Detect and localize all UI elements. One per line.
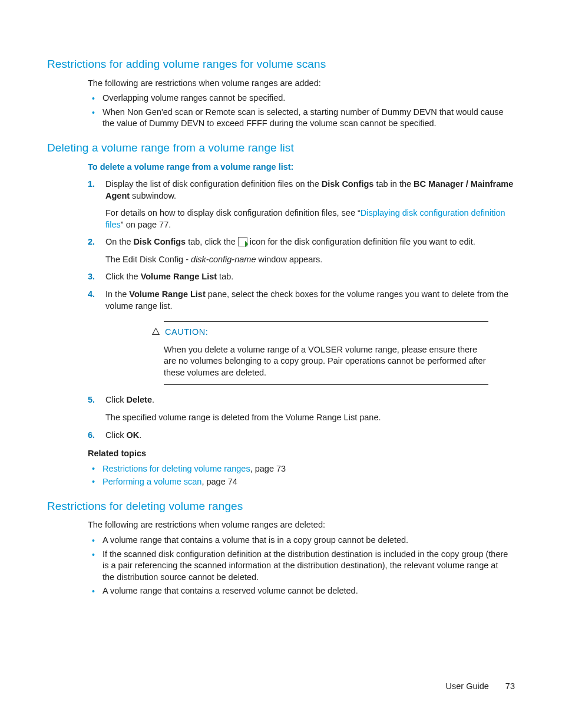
caution-text: When you delete a volume range of a VOLS… [164,344,488,379]
footer-label: User Guide [445,681,488,691]
paragraph: The Edit Disk Config - disk-config-name … [105,254,515,266]
ui-label: Volume Range List [141,272,217,281]
step-6: Click OK. [88,430,515,442]
list-item: A volume range that contains a volume th… [103,535,515,546]
text: On the [105,237,134,246]
text: For details on how to display disk confi… [105,208,361,218]
ui-label: Disk Configs [322,179,374,189]
page-footer: User Guide 73 [445,681,515,693]
paragraph: For details on how to display disk confi… [105,207,515,230]
text: tab, click the [186,237,238,246]
list-item: Restrictions for deleting volume ranges,… [103,463,515,475]
heading-delete-range: Deleting a volume range from a volume ra… [47,140,515,156]
text: . [152,395,154,404]
ordered-steps: Display the list of disk configuration d… [88,179,515,441]
text: Display the list of disk configuration d… [105,179,322,189]
cross-reference-link[interactable]: Performing a volume scan [103,477,201,486]
text: tab in the [373,179,414,189]
ui-label: OK [126,430,139,440]
caution-note: CAUTION: When you delete a volume range … [164,321,488,385]
related-topics-heading: Related topics [88,448,515,460]
text: . [139,430,141,440]
text: window appears. [256,255,322,264]
heading-restrictions-add: Restrictions for adding volume ranges fo… [47,57,515,72]
text: subwindow. [130,191,176,200]
page-number: 73 [505,681,515,691]
list-item: Overlapping volume ranges cannot be spec… [103,93,515,104]
step-5: Click Delete. The specified volume range… [88,394,515,423]
text: icon for the disk configuration definiti… [247,237,475,246]
caution-label: CAUTION: [165,327,208,337]
list-item: When Non Gen'ed scan or Remote scan is s… [103,107,515,130]
bullet-list: Overlapping volume ranges cannot be spec… [103,93,515,130]
related-topics-list: Restrictions for deleting volume ranges,… [103,463,515,488]
text: , page 74 [201,477,237,486]
step-4: In the Volume Range List pane, select th… [88,289,515,385]
cross-reference-link[interactable]: Restrictions for deleting volume ranges [103,464,250,473]
list-item: A volume range that contains a reserved … [103,585,515,597]
heading-restrictions-delete: Restrictions for deleting volume ranges [47,499,515,514]
text: Click the [105,272,141,281]
caution-triangle-icon [152,328,160,335]
step-1: Display the list of disk configuration d… [88,179,515,230]
text: Click [105,395,126,404]
step-3: Click the Volume Range List tab. [88,271,515,283]
text: In the [105,289,129,299]
text: The Edit Disk Config - [105,255,191,264]
list-item: Performing a volume scan, page 74 [103,476,515,488]
ui-label: Volume Range List [129,289,205,299]
text: Click [105,430,126,440]
text: tab. [217,272,233,281]
ui-label: Disk Configs [134,237,186,246]
text: , page 73 [250,464,286,473]
procedure-title: To delete a volume range from a volume r… [88,162,515,173]
paragraph: The following are restrictions when volu… [88,519,515,531]
ui-label: Delete [126,395,152,404]
bullet-list: A volume range that contains a volume th… [103,535,515,597]
variable-text: disk-config-name [191,255,256,264]
list-item: If the scanned disk configuration defini… [103,549,515,584]
text: ” on page 77. [121,220,171,229]
edit-icon [238,237,247,246]
paragraph: The following are restrictions when volu… [88,78,515,90]
step-2: On the Disk Configs tab, click the icon … [88,236,515,265]
paragraph: The specified volume range is deleted fr… [105,412,515,424]
